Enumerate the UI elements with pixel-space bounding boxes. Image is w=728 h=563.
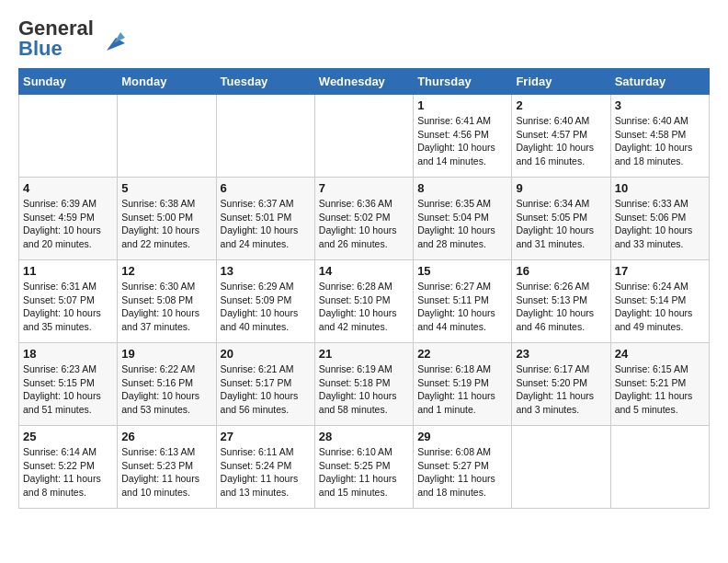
calendar-cell: 17Sunrise: 6:24 AMSunset: 5:14 PMDayligh…	[610, 260, 709, 343]
day-number: 16	[516, 264, 606, 278]
column-header-sunday: Sunday	[19, 69, 118, 95]
calendar-header-row: SundayMondayTuesdayWednesdayThursdayFrid…	[19, 69, 710, 95]
calendar-cell: 6Sunrise: 6:37 AMSunset: 5:01 PMDaylight…	[216, 178, 314, 260]
calendar-cell: 28Sunrise: 6:10 AMSunset: 5:25 PMDayligh…	[314, 426, 413, 509]
day-number: 29	[417, 430, 507, 443]
column-header-monday: Monday	[118, 69, 216, 95]
day-info: Sunrise: 6:22 AMSunset: 5:16 PMDaylight:…	[121, 362, 211, 417]
day-info: Sunrise: 6:27 AMSunset: 5:11 PMDaylight:…	[417, 280, 507, 334]
column-header-saturday: Saturday	[610, 69, 709, 95]
day-number: 23	[516, 347, 606, 361]
calendar-cell: 4Sunrise: 6:39 AMSunset: 4:59 PMDaylight…	[19, 178, 118, 260]
calendar-cell: 20Sunrise: 6:21 AMSunset: 5:17 PMDayligh…	[216, 343, 314, 426]
calendar-week-row: 25Sunrise: 6:14 AMSunset: 5:22 PMDayligh…	[19, 426, 710, 509]
day-number: 2	[516, 98, 606, 112]
day-info: Sunrise: 6:31 AMSunset: 5:07 PMDaylight:…	[23, 280, 113, 334]
day-info: Sunrise: 6:35 AMSunset: 5:04 PMDaylight:…	[417, 197, 507, 251]
day-number: 21	[319, 347, 409, 361]
calendar-cell: 24Sunrise: 6:15 AMSunset: 5:21 PMDayligh…	[610, 343, 709, 426]
column-header-tuesday: Tuesday	[216, 69, 314, 95]
day-info: Sunrise: 6:15 AMSunset: 5:21 PMDaylight:…	[615, 362, 705, 417]
day-number: 28	[319, 430, 409, 443]
calendar-cell: 16Sunrise: 6:26 AMSunset: 5:13 PMDayligh…	[512, 260, 610, 343]
day-info: Sunrise: 6:11 AMSunset: 5:24 PMDaylight:…	[221, 445, 311, 500]
calendar-cell: 12Sunrise: 6:30 AMSunset: 5:08 PMDayligh…	[118, 260, 216, 343]
calendar-cell: 22Sunrise: 6:18 AMSunset: 5:19 PMDayligh…	[414, 343, 512, 426]
logo-icon	[97, 25, 125, 52]
day-number: 20	[221, 347, 311, 361]
day-number: 27	[221, 430, 311, 443]
logo-text: General Blue	[18, 18, 94, 59]
day-info: Sunrise: 6:13 AMSunset: 5:23 PMDaylight:…	[121, 445, 211, 500]
day-number: 12	[121, 264, 211, 278]
day-number: 8	[417, 181, 507, 195]
day-number: 14	[319, 264, 409, 278]
calendar-cell: 7Sunrise: 6:36 AMSunset: 5:02 PMDaylight…	[314, 178, 413, 260]
day-number: 26	[121, 430, 211, 443]
day-info: Sunrise: 6:37 AMSunset: 5:01 PMDaylight:…	[221, 197, 311, 251]
column-header-wednesday: Wednesday	[314, 69, 413, 95]
day-info: Sunrise: 6:41 AMSunset: 4:56 PMDaylight:…	[417, 114, 507, 168]
day-number: 4	[23, 181, 113, 195]
day-info: Sunrise: 6:34 AMSunset: 5:05 PMDaylight:…	[516, 197, 606, 251]
page-header: General Blue	[18, 18, 710, 59]
calendar-week-row: 1Sunrise: 6:41 AMSunset: 4:56 PMDaylight…	[19, 95, 710, 178]
day-number: 11	[23, 264, 113, 278]
column-header-friday: Friday	[512, 69, 610, 95]
calendar-cell: 2Sunrise: 6:40 AMSunset: 4:57 PMDaylight…	[512, 95, 610, 178]
day-info: Sunrise: 6:24 AMSunset: 5:14 PMDaylight:…	[615, 280, 705, 334]
day-number: 10	[615, 181, 705, 195]
calendar-cell	[610, 426, 709, 509]
day-number: 17	[615, 264, 705, 278]
day-info: Sunrise: 6:08 AMSunset: 5:27 PMDaylight:…	[417, 445, 507, 500]
day-info: Sunrise: 6:30 AMSunset: 5:08 PMDaylight:…	[121, 280, 211, 334]
calendar-cell	[118, 95, 216, 178]
calendar-cell: 9Sunrise: 6:34 AMSunset: 5:05 PMDaylight…	[512, 178, 610, 260]
calendar-cell: 3Sunrise: 6:40 AMSunset: 4:58 PMDaylight…	[610, 95, 709, 178]
calendar-cell: 13Sunrise: 6:29 AMSunset: 5:09 PMDayligh…	[216, 260, 314, 343]
svg-marker-0	[107, 38, 125, 51]
column-header-thursday: Thursday	[414, 69, 512, 95]
calendar-cell: 14Sunrise: 6:28 AMSunset: 5:10 PMDayligh…	[314, 260, 413, 343]
day-number: 7	[319, 181, 409, 195]
day-info: Sunrise: 6:40 AMSunset: 4:57 PMDaylight:…	[516, 114, 606, 168]
calendar-cell	[19, 95, 118, 178]
day-info: Sunrise: 6:36 AMSunset: 5:02 PMDaylight:…	[319, 197, 409, 251]
calendar-table: SundayMondayTuesdayWednesdayThursdayFrid…	[18, 68, 710, 509]
day-number: 6	[221, 181, 311, 195]
day-info: Sunrise: 6:10 AMSunset: 5:25 PMDaylight:…	[319, 445, 409, 500]
calendar-cell	[314, 95, 413, 178]
calendar-cell: 10Sunrise: 6:33 AMSunset: 5:06 PMDayligh…	[610, 178, 709, 260]
day-info: Sunrise: 6:40 AMSunset: 4:58 PMDaylight:…	[615, 114, 705, 168]
day-info: Sunrise: 6:28 AMSunset: 5:10 PMDaylight:…	[319, 280, 409, 334]
day-number: 5	[121, 181, 211, 195]
day-number: 19	[121, 347, 211, 361]
logo: General Blue	[18, 18, 125, 59]
calendar-cell: 21Sunrise: 6:19 AMSunset: 5:18 PMDayligh…	[314, 343, 413, 426]
day-info: Sunrise: 6:39 AMSunset: 4:59 PMDaylight:…	[23, 197, 113, 251]
day-info: Sunrise: 6:23 AMSunset: 5:15 PMDaylight:…	[23, 362, 113, 417]
day-number: 22	[417, 347, 507, 361]
day-info: Sunrise: 6:29 AMSunset: 5:09 PMDaylight:…	[221, 280, 311, 334]
logo-blue: Blue	[18, 37, 63, 60]
calendar-cell	[512, 426, 610, 509]
day-info: Sunrise: 6:19 AMSunset: 5:18 PMDaylight:…	[319, 362, 409, 417]
calendar-cell: 25Sunrise: 6:14 AMSunset: 5:22 PMDayligh…	[19, 426, 118, 509]
day-number: 3	[615, 98, 705, 112]
day-info: Sunrise: 6:14 AMSunset: 5:22 PMDaylight:…	[23, 445, 113, 500]
calendar-week-row: 4Sunrise: 6:39 AMSunset: 4:59 PMDaylight…	[19, 178, 710, 260]
calendar-cell: 29Sunrise: 6:08 AMSunset: 5:27 PMDayligh…	[414, 426, 512, 509]
calendar-cell: 26Sunrise: 6:13 AMSunset: 5:23 PMDayligh…	[118, 426, 216, 509]
day-info: Sunrise: 6:38 AMSunset: 5:00 PMDaylight:…	[121, 197, 211, 251]
day-info: Sunrise: 6:17 AMSunset: 5:20 PMDaylight:…	[516, 362, 606, 417]
day-number: 15	[417, 264, 507, 278]
day-info: Sunrise: 6:26 AMSunset: 5:13 PMDaylight:…	[516, 280, 606, 334]
day-number: 9	[516, 181, 606, 195]
calendar-cell: 11Sunrise: 6:31 AMSunset: 5:07 PMDayligh…	[19, 260, 118, 343]
calendar-cell: 15Sunrise: 6:27 AMSunset: 5:11 PMDayligh…	[414, 260, 512, 343]
calendar-cell	[216, 95, 314, 178]
calendar-cell: 1Sunrise: 6:41 AMSunset: 4:56 PMDaylight…	[414, 95, 512, 178]
calendar-week-row: 11Sunrise: 6:31 AMSunset: 5:07 PMDayligh…	[19, 260, 710, 343]
day-number: 24	[615, 347, 705, 361]
day-number: 18	[23, 347, 113, 361]
